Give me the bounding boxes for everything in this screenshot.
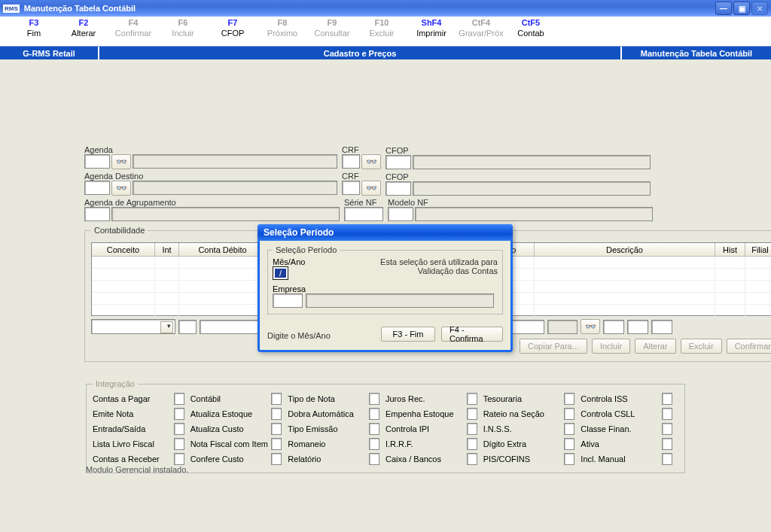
- integ-value-box[interactable]: [174, 438, 184, 450]
- contabilidade-legend: Contabilidade: [91, 226, 148, 235]
- integ-value-box[interactable]: [174, 408, 184, 420]
- breadcrumb-page: Manutenção Tabela Contábil: [622, 47, 771, 59]
- modelo-nf-input[interactable]: [388, 207, 413, 221]
- hist-input[interactable]: [547, 320, 577, 334]
- mes-ano-input[interactable]: /: [273, 266, 288, 280]
- integ-value-box[interactable]: [662, 423, 672, 435]
- fkey-ctf5[interactable]: CtF5Contab: [506, 18, 556, 46]
- integ-value-box[interactable]: [369, 393, 379, 405]
- grid-header-cell[interactable]: Hist: [715, 243, 745, 257]
- dialog-confirma-button[interactable]: F4 - Confirma: [441, 327, 503, 342]
- integ-value-box[interactable]: [564, 393, 574, 405]
- integ-field: Tesouraria: [483, 391, 581, 406]
- integ-field: Tipo de Nota: [288, 391, 386, 406]
- integ-field: Nota Fiscal com Item: [190, 436, 288, 451]
- mes-ano-label: Mês/Ano: [273, 257, 305, 266]
- integ-value-box[interactable]: [369, 423, 379, 435]
- crf2-lookup-button[interactable]: 👓: [361, 181, 381, 196]
- grid-header-cell[interactable]: Int: [155, 243, 179, 257]
- integ-field: Controla CSLL: [581, 406, 678, 421]
- integ-value-box[interactable]: [271, 408, 282, 420]
- integ-value-box[interactable]: [564, 453, 574, 465]
- fkey-f7[interactable]: F7CFOP: [208, 18, 258, 46]
- integ-value-box[interactable]: [271, 423, 282, 435]
- integ-value-box[interactable]: [662, 408, 672, 420]
- integ-label: I.N.S.S.: [483, 424, 512, 433]
- binoculars-icon: 👓: [366, 157, 377, 167]
- grid-header-cell[interactable]: Conta Débito: [179, 243, 267, 257]
- fkey-shf4[interactable]: ShF4Imprimir: [407, 18, 456, 46]
- agenda-destino-input[interactable]: [84, 181, 110, 195]
- integ-value-box[interactable]: [467, 423, 477, 435]
- integ-label: Romaneio: [288, 439, 325, 448]
- grid-header-cell[interactable]: Filial: [745, 243, 771, 257]
- integ-value-box[interactable]: [174, 423, 184, 435]
- integ-value-box[interactable]: [467, 453, 477, 465]
- diar-input[interactable]: [627, 320, 648, 334]
- selecao-periodo-group: Seleção Período Mês/Ano / Esta seleção s…: [267, 245, 503, 315]
- grid-header-cell[interactable]: Descrição: [535, 243, 715, 257]
- integ-value-box[interactable]: [467, 408, 477, 420]
- integ-label: Classe Finan.: [581, 424, 631, 433]
- empresa-input[interactable]: [273, 293, 303, 308]
- integ-label: I.R.R.F.: [386, 439, 413, 448]
- integ-value-box[interactable]: [564, 423, 574, 435]
- integ-value-box[interactable]: [369, 453, 379, 465]
- integ-value-box[interactable]: [369, 408, 379, 420]
- integ-value-box[interactable]: [271, 438, 282, 450]
- agenda-agrup-input[interactable]: [84, 207, 110, 221]
- integ-value-box[interactable]: [467, 438, 477, 450]
- serie-nf-label: Série NF: [344, 198, 383, 207]
- minimize-button[interactable]: —: [715, 2, 732, 15]
- integ-value-box[interactable]: [271, 453, 282, 465]
- crf-input[interactable]: [342, 154, 360, 169]
- integ-value-box[interactable]: [662, 393, 672, 405]
- fkey-f3[interactable]: F3Fim: [9, 18, 59, 46]
- dialog-fim-button[interactable]: F3 - Fim: [381, 327, 435, 342]
- cfop-input[interactable]: [386, 155, 411, 169]
- ctb-input[interactable]: [651, 320, 672, 334]
- fkey-f2[interactable]: F2Alterar: [59, 18, 108, 46]
- integ-value-box[interactable]: [662, 438, 672, 450]
- integ-label: Dobra Automática: [288, 409, 353, 418]
- integ-field: Atualiza Custo: [190, 421, 288, 436]
- integ-value-box[interactable]: [174, 393, 184, 405]
- integ-value-box[interactable]: [467, 393, 477, 405]
- cfop2-input[interactable]: [386, 181, 411, 196]
- integ-value-box[interactable]: [564, 408, 574, 420]
- conta-lookup-button[interactable]: 👓: [581, 319, 600, 334]
- breadcrumb-bar: G-RMS Retail Cadastro e Preços Manutençã…: [0, 47, 771, 59]
- integ-value-box[interactable]: [369, 438, 379, 450]
- integracao-section: Integração Contas a PagarContábilTipo de…: [84, 379, 687, 473]
- integ-field: Dobra Automática: [288, 406, 386, 421]
- grid-header-cell[interactable]: Conceito: [92, 243, 155, 257]
- integ-label: Caixa / Bancos: [386, 454, 441, 464]
- maximize-button[interactable]: ▣: [733, 2, 750, 15]
- integ-label: Controla ISS: [581, 394, 627, 403]
- integ-field: Entrada/Saída: [93, 421, 190, 436]
- filial-input[interactable]: [603, 320, 624, 334]
- breadcrumb-product: G-RMS Retail: [0, 47, 99, 59]
- integ-value-box[interactable]: [174, 453, 184, 465]
- integ-value-box[interactable]: [564, 438, 574, 450]
- agenda-destino-lookup-button[interactable]: 👓: [111, 181, 131, 196]
- integ-label: Contábil: [190, 394, 221, 403]
- crf2-input[interactable]: [342, 181, 360, 195]
- int-input[interactable]: [178, 320, 197, 334]
- titlebar: RMS Manutenção Tabela Contábil — ▣ ✕: [0, 0, 771, 17]
- crf-lookup-button[interactable]: 👓: [361, 154, 381, 169]
- agenda-input[interactable]: [84, 154, 110, 169]
- integ-label: Tesouraria: [483, 394, 522, 403]
- incluir-button: Incluir: [592, 339, 630, 354]
- selecao-periodo-legend: Seleção Período: [273, 245, 340, 254]
- dialog-hint: Digite o Mês/Ano: [267, 331, 331, 340]
- integ-value-box[interactable]: [271, 393, 282, 405]
- integ-field: Caixa / Bancos: [386, 451, 483, 467]
- serie-nf-input[interactable]: [344, 207, 383, 221]
- alterar-button: Alterar: [635, 339, 675, 354]
- excluir-button: Excluir: [681, 339, 722, 354]
- agenda-lookup-button[interactable]: 👓: [111, 154, 131, 169]
- integ-field: Ativa: [581, 436, 678, 451]
- integ-value-box[interactable]: [662, 453, 672, 465]
- conceito-combo[interactable]: [91, 319, 175, 334]
